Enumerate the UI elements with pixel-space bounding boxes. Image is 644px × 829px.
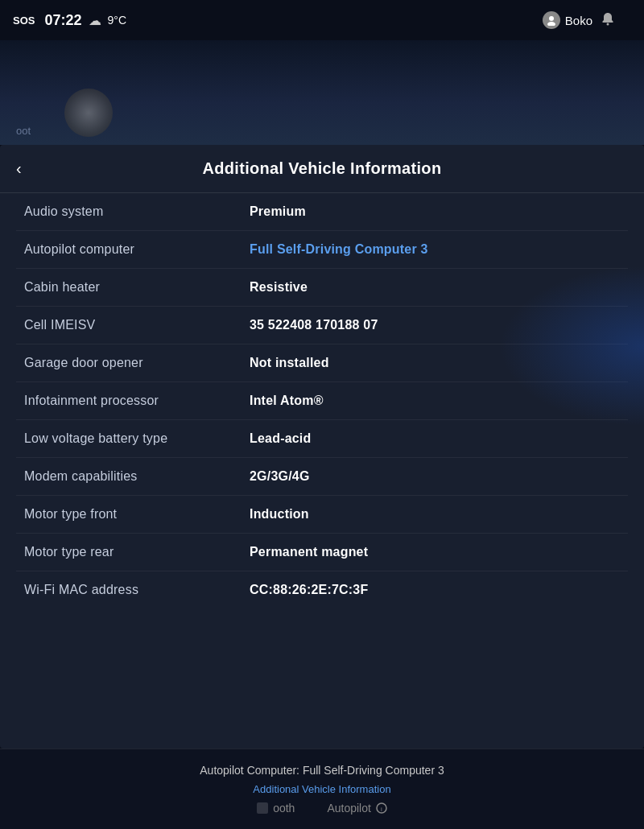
- row-value: Resistive: [250, 280, 620, 295]
- user-info: Boko: [543, 11, 592, 29]
- table-row: Cell IMEISV 35 522408 170188 07: [16, 307, 628, 344]
- table-row: Modem capabilities 2G/3G/4G: [16, 458, 628, 496]
- user-avatar-icon: [543, 11, 560, 29]
- info-list: Audio system Premium Autopilot computer …: [0, 193, 644, 608]
- sos-indicator: SOS: [13, 14, 35, 27]
- table-row: Autopilot computer Full Self-Driving Com…: [16, 231, 628, 269]
- row-value: Not installed: [250, 356, 620, 370]
- row-value-wifi: CC:88:26:2E:7C:3F: [250, 583, 620, 597]
- table-row: Wi-Fi MAC address CC:88:26:2E:7C:3F: [16, 571, 628, 608]
- panel-header: ‹ Additional Vehicle Information: [0, 145, 644, 193]
- row-value: Intel Atom®: [250, 394, 620, 408]
- row-value-motor-front: Induction: [250, 507, 620, 522]
- nav-label: oot: [0, 125, 47, 137]
- row-label: Infotainment processor: [24, 394, 250, 408]
- bottom-main-label: Autopilot Computer: Full Self-Driving Co…: [200, 764, 444, 777]
- table-row: Infotainment processor Intel Atom®: [16, 382, 628, 420]
- row-label: Low voltage battery type: [24, 431, 250, 446]
- row-label-motor-front: Motor type front: [24, 507, 250, 522]
- row-label: Audio system: [24, 204, 250, 219]
- bell-icon[interactable]: [601, 11, 615, 30]
- status-left: SOS 07:22 ☁ 9°C: [13, 12, 126, 29]
- bottom-nav-row: ooth Autopilot i: [257, 802, 387, 815]
- table-row: Cabin heater Resistive: [16, 269, 628, 307]
- bottom-section: Autopilot Computer: Full Self-Driving Co…: [0, 749, 644, 829]
- table-row: Garage door opener Not installed: [16, 344, 628, 382]
- temperature: 9°C: [108, 14, 127, 27]
- back-button[interactable]: ‹: [16, 159, 22, 178]
- bottom-nav-label-bluetooth: ooth: [273, 802, 295, 815]
- table-row: Low voltage battery type Lead-acid: [16, 420, 628, 458]
- row-value: 35 522408 170188 07: [250, 318, 620, 332]
- svg-point-1: [547, 22, 555, 26]
- row-label: Modem capabilities: [24, 469, 250, 484]
- svg-point-2: [607, 23, 609, 25]
- svg-text:i: i: [381, 806, 382, 813]
- row-label-wifi: Wi-Fi MAC address: [24, 583, 250, 597]
- row-value: Premium: [250, 204, 620, 219]
- camera-circle: [64, 89, 113, 137]
- row-label: Cabin heater: [24, 280, 250, 295]
- row-label: Cell IMEISV: [24, 318, 250, 332]
- bottom-nav-item-bluetooth[interactable]: ooth: [257, 802, 295, 815]
- page-title: Additional Vehicle Information: [203, 159, 442, 178]
- row-label: Garage door opener: [24, 356, 250, 370]
- table-row: Motor type rear Permanent magnet: [16, 534, 628, 571]
- bottom-nav-item-autopilot[interactable]: Autopilot i: [327, 802, 386, 815]
- table-row: Audio system Premium: [16, 193, 628, 231]
- row-value: Full Self-Driving Computer 3: [250, 242, 620, 257]
- status-bar: SOS 07:22 ☁ 9°C Boko: [0, 0, 644, 40]
- cloud-icon: ☁: [89, 13, 101, 28]
- status-right: Boko: [543, 11, 631, 30]
- status-time: 07:22: [44, 12, 81, 29]
- bottom-nav-label-autopilot: Autopilot: [327, 802, 370, 815]
- row-label: Autopilot computer: [24, 242, 250, 257]
- bottom-sub-label[interactable]: Additional Vehicle Information: [253, 783, 390, 795]
- row-value: Lead-acid: [250, 431, 620, 446]
- main-panel: ‹ Additional Vehicle Information Audio s…: [0, 145, 644, 749]
- row-value-motor-rear: Permanent magnet: [250, 545, 620, 559]
- svg-rect-3: [257, 802, 268, 814]
- svg-point-0: [549, 16, 554, 21]
- row-value: 2G/3G/4G: [250, 469, 620, 484]
- user-name: Boko: [565, 14, 592, 27]
- top-section: oot: [0, 40, 644, 145]
- row-label-motor-rear: Motor type rear: [24, 545, 250, 559]
- table-row: Motor type front Induction: [16, 496, 628, 534]
